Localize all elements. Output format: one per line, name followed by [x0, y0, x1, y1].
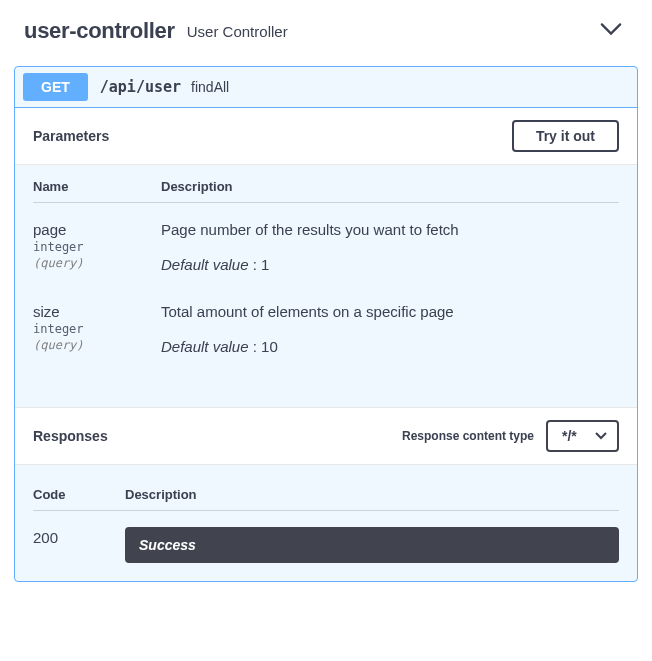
- param-default: Default value : 10: [161, 338, 619, 355]
- operation-block: GET /api/user findAll Parameters Try it …: [14, 66, 638, 582]
- param-name: page: [33, 221, 161, 238]
- param-default: Default value : 1: [161, 256, 619, 273]
- http-method-badge: GET: [23, 73, 88, 101]
- tag-header[interactable]: user-controller User Controller: [0, 0, 652, 58]
- response-content-type-select[interactable]: */*: [546, 420, 619, 452]
- param-description: Page number of the results you want to f…: [161, 221, 619, 238]
- responses-table: Code Description 200 Success: [15, 465, 637, 581]
- responses-title: Responses: [33, 428, 108, 444]
- endpoint-path: /api/user: [100, 78, 181, 96]
- column-code-header: Code: [33, 487, 125, 502]
- operation-name: findAll: [191, 79, 229, 95]
- param-name: size: [33, 303, 161, 320]
- column-description-header: Description: [161, 179, 619, 194]
- response-description: Success: [125, 527, 619, 563]
- parameters-title: Parameters: [33, 128, 109, 144]
- param-location: (query): [33, 256, 161, 270]
- tag-name: user-controller: [24, 18, 175, 44]
- param-location: (query): [33, 338, 161, 352]
- operation-summary[interactable]: GET /api/user findAll: [15, 67, 637, 108]
- response-content-type-label: Response content type: [402, 429, 534, 443]
- response-row: 200 Success: [33, 511, 619, 563]
- parameter-row: page integer (query) Page number of the …: [33, 203, 619, 285]
- param-description: Total amount of elements on a specific p…: [161, 303, 619, 320]
- parameters-table: Name Description page integer (query) Pa…: [15, 165, 637, 407]
- responses-header: Responses Response content type */*: [15, 407, 637, 465]
- parameter-row: size integer (query) Total amount of ele…: [33, 285, 619, 367]
- param-type: integer: [33, 322, 161, 336]
- try-it-out-button[interactable]: Try it out: [512, 120, 619, 152]
- column-description-header: Description: [125, 487, 619, 502]
- column-name-header: Name: [33, 179, 161, 194]
- response-code: 200: [33, 527, 125, 546]
- param-type: integer: [33, 240, 161, 254]
- chevron-down-icon[interactable]: [600, 22, 622, 40]
- tag-description: User Controller: [187, 23, 288, 40]
- parameters-header: Parameters Try it out: [15, 108, 637, 165]
